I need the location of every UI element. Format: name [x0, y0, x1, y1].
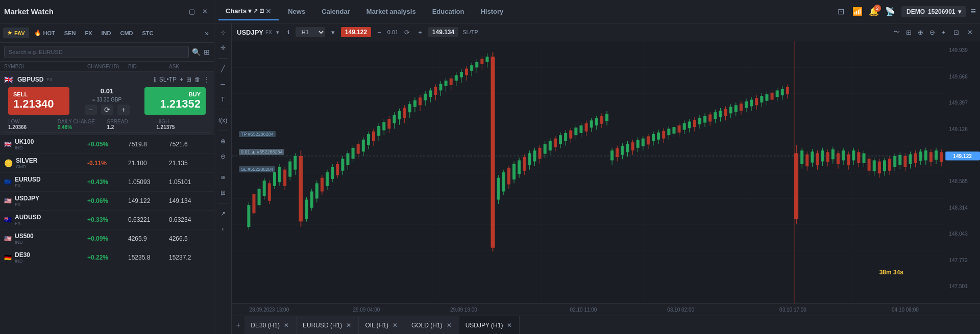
chart-wave-tool[interactable]: 〜 — [891, 27, 902, 38]
close-oil-tab[interactable]: ✕ — [391, 322, 399, 329]
symbol-row-eurusd[interactable]: 🇪🇺 EURUSD FX +0.43% 1.05093 1.05101 — [0, 173, 214, 192]
text-tool[interactable]: T — [216, 92, 230, 107]
symbol-actions: ℹ SL•TP + ⊞ 🗑 ⋮ — [154, 76, 210, 83]
share-tool[interactable]: ↗ — [216, 207, 230, 221]
price-cycle-button[interactable]: ⟳ — [402, 28, 412, 37]
draw-hline-tool[interactable]: ─ — [216, 77, 230, 91]
bottom-tabs-bar: + DE30 (H1) ✕ EURUSD (H1) ✕ OIL (H1) ✕ — [232, 316, 980, 334]
trash-icon[interactable]: 🗑 — [194, 76, 201, 83]
close-eurusd-tab[interactable]: ✕ — [345, 322, 352, 329]
price-decrease-button[interactable]: − — [375, 28, 383, 37]
tab-sen[interactable]: SEN — [60, 28, 80, 38]
chart-main: USDJPY FX ▾ ℹ H1 M1 M5 M15 M30 H4 D1 ▾ — [232, 23, 980, 334]
tab-oil[interactable]: OIL (H1) ✕ — [359, 316, 405, 334]
symbol-row-audusd[interactable]: 🇦🇺 AUDUSD FX +0.33% 0.63221 0.63234 — [0, 211, 214, 229]
indicators-tool[interactable]: ≋ — [216, 170, 230, 185]
close-usdjpy-tab[interactable]: ✕ — [506, 322, 513, 329]
tab-fav[interactable]: ★ FAV — [3, 28, 29, 38]
search-input[interactable] — [4, 46, 189, 58]
tab-ind[interactable]: IND — [97, 28, 115, 38]
time-label-5: 03.10 02:00 — [667, 307, 694, 313]
sl-tp-button[interactable]: SL/TP — [462, 29, 478, 35]
buy-button[interactable]: BUY 1.21352 — [144, 87, 206, 115]
layers-tool[interactable]: ⊞ — [216, 186, 230, 200]
tab-de30[interactable]: DE30 (H1) ✕ — [244, 316, 297, 334]
lot-refresh-button[interactable]: ⟳ — [101, 105, 113, 115]
price-increase-button[interactable]: + — [416, 28, 424, 37]
chart-minimize[interactable]: ⊡ — [951, 28, 961, 37]
usdjpy-flag-icon: 🇺🇸 — [4, 197, 12, 204]
draw-line-tool[interactable]: ╱ — [216, 62, 230, 76]
tab-eurusd[interactable]: EURUSD (H1) ✕ — [297, 316, 359, 334]
close-gold-tab[interactable]: ✕ — [446, 322, 453, 329]
svg-text:149.668: 149.668 — [949, 74, 968, 80]
signal-icon[interactable]: 📶 — [850, 6, 865, 17]
cursor-tool[interactable]: ⊹ — [216, 25, 230, 40]
nav-education[interactable]: Education — [425, 4, 472, 19]
zoom-out-tool[interactable]: ⊖ — [216, 149, 230, 164]
close-de30-tab[interactable]: ✕ — [283, 322, 290, 329]
audusd-flag-icon: 🇦🇺 — [4, 216, 12, 223]
chart-timeframe-select[interactable]: H1 M1 M5 M15 M30 H4 D1 — [296, 27, 325, 37]
time-label-6: 03.10 17:00 — [779, 307, 806, 313]
symbol-list: 🇬🇧 UK100 IND +0.05% 7519.8 7521.6 🪙 SILV… — [0, 135, 214, 334]
info-icon[interactable]: ℹ — [154, 76, 156, 83]
nav-charts[interactable]: Charts ▾ ↗ ⊡ ✕ — [218, 3, 279, 20]
chart-current-price: 149.122 — [341, 27, 371, 37]
time-axis: 28.09.2023 13:00 29.09 04:00 29.09 19:00… — [232, 303, 980, 316]
symbol-row-usdjpy[interactable]: 🇺🇸 USDJPY FX +0.06% 149.122 149.134 — [0, 192, 214, 211]
sell-button[interactable]: SELL 1.21340 — [8, 87, 69, 115]
search-button[interactable]: 🔍 — [192, 48, 201, 56]
tab-hot[interactable]: 🔥 HOT — [30, 28, 59, 38]
lot-decrease-button[interactable]: − — [85, 105, 97, 115]
market-watch-header: Market Watch ▢ ✕ — [0, 0, 214, 23]
screen-icon[interactable]: ⊡ — [836, 6, 846, 17]
chart-candle-tool[interactable]: ⊞ — [904, 27, 914, 38]
fibonacci-tool[interactable]: f(x) — [216, 113, 230, 127]
collapse-toolbar[interactable]: ‹ — [216, 222, 230, 236]
chart-close[interactable]: ✕ — [965, 28, 975, 37]
chart-icon[interactable]: ⊞ — [186, 76, 191, 83]
tab-gold[interactable]: GOLD (H1) ✕ — [405, 316, 459, 334]
plus-icon[interactable]: + — [180, 76, 183, 83]
selected-symbol-section: 🇬🇧 GBPUSD FX ℹ SL•TP + ⊞ 🗑 ⋮ SELL 1.213 — [0, 72, 214, 135]
notification-badge: 2 — [874, 5, 881, 12]
chart-zoom-in-btn[interactable]: ⊕ — [916, 27, 925, 38]
svg-text:149.397: 149.397 — [949, 100, 968, 106]
settings-icon[interactable]: ⋮ — [204, 76, 210, 83]
symbol-row-silver[interactable]: 🪙 SILVER CMD -0.11% 21.100 21.135 — [0, 154, 214, 173]
add-chart-tab-button[interactable]: + — [232, 319, 244, 332]
time-label-3: 29.09 19:00 — [450, 307, 477, 313]
gbpusd-row[interactable]: 🇬🇧 GBPUSD FX ℹ SL•TP + ⊞ 🗑 ⋮ — [4, 74, 210, 85]
nav-calendar[interactable]: Calendar — [314, 4, 357, 19]
charts-close-button[interactable]: ✕ — [265, 7, 272, 15]
lot-increase-button[interactable]: + — [117, 105, 130, 115]
symbol-row-de30[interactable]: 🇩🇪 DE30 IND +0.22% 15235.8 15237.2 — [0, 248, 214, 267]
notification-button[interactable]: 🔔 2 — [869, 7, 879, 16]
zoom-in-tool[interactable]: ⊕ — [216, 134, 230, 148]
tab-stc[interactable]: STC — [138, 28, 158, 38]
minimize-button[interactable]: ▢ — [187, 7, 197, 16]
symbol-row-uk100[interactable]: 🇬🇧 UK100 IND +0.05% 7519.8 7521.6 — [0, 135, 214, 154]
tab-cmd[interactable]: CMD — [116, 28, 137, 38]
market-watch-panel: Market Watch ▢ ✕ ★ FAV 🔥 HOT SEN FX — [0, 0, 214, 334]
grid-view-button[interactable]: ⊞ — [204, 48, 210, 56]
tab-usdjpy[interactable]: USDJPY (H1) ✕ — [459, 316, 520, 334]
nav-history[interactable]: History — [473, 4, 510, 19]
crosshair-tool[interactable]: ✛ — [216, 41, 230, 55]
tab-fx[interactable]: FX — [81, 28, 96, 38]
chart-info-button[interactable]: ℹ — [285, 28, 291, 37]
more-tabs-button[interactable]: » — [203, 28, 211, 38]
nav-news[interactable]: News — [281, 4, 312, 19]
close-button[interactable]: ✕ — [200, 7, 210, 16]
main-menu-button[interactable]: ≡ — [970, 6, 976, 17]
wifi-icon[interactable]: 📡 — [883, 6, 897, 17]
chart-symbol-dropdown[interactable]: ▾ — [274, 28, 281, 37]
time-label-1: 28.09.2023 13:00 — [249, 307, 289, 313]
sl-tp-icon[interactable]: SL•TP — [159, 76, 177, 83]
timeframe-dropdown[interactable]: ▾ — [329, 28, 337, 37]
symbol-row-us500[interactable]: 🇺🇸 US500 IND +0.09% 4265.9 4266.5 — [0, 229, 214, 248]
chart-add-tool[interactable]: + — [939, 27, 947, 38]
nav-market-analysis[interactable]: Market analysis — [359, 4, 423, 19]
chart-zoom-out-btn[interactable]: ⊖ — [927, 27, 937, 38]
